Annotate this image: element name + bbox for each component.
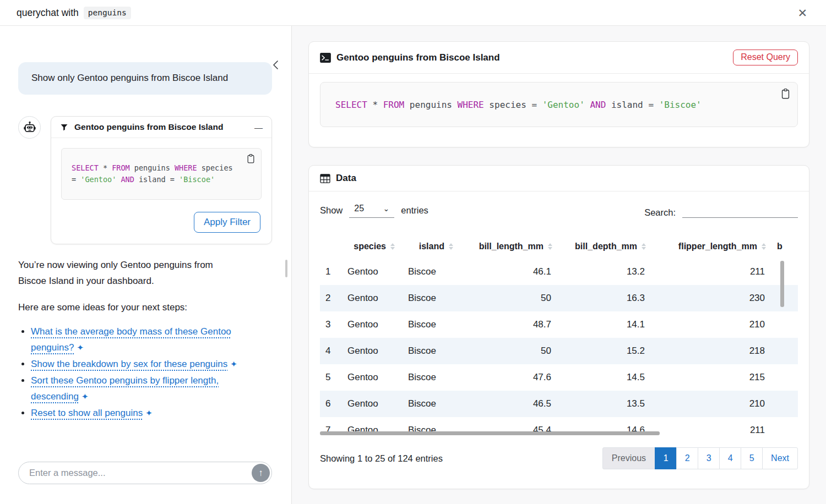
flipper-length-cell: 210 xyxy=(654,391,774,417)
entries-label: entries xyxy=(401,205,428,216)
list-item: Reset to show all penguins✦ xyxy=(31,405,238,421)
column-header-bill-depth[interactable]: bill_depth_mm xyxy=(560,234,654,259)
table-row[interactable]: 4 Gentoo Biscoe 50 15.2 218 xyxy=(320,338,798,364)
page-button-5[interactable]: 5 xyxy=(741,447,763,469)
message-input[interactable] xyxy=(18,462,272,484)
next-page-button[interactable]: Next xyxy=(762,447,798,469)
sort-icon xyxy=(390,243,395,250)
table-row[interactable]: 1 Gentoo Biscoe 46.1 13.2 211 xyxy=(320,259,798,285)
previous-page-button[interactable]: Previous xyxy=(602,447,655,469)
reset-query-button[interactable]: Reset Query xyxy=(733,50,798,65)
dataset-chip: penguins xyxy=(84,7,131,19)
titlebar: querychat with penguins ✕ xyxy=(0,0,826,26)
sparkle-icon: ✦ xyxy=(77,339,84,355)
sort-icon xyxy=(642,243,646,250)
terminal-icon xyxy=(320,53,331,63)
island-cell: Biscoe xyxy=(403,364,461,391)
bill-depth-cell: 13.2 xyxy=(560,259,654,285)
suggestion-link[interactable]: Reset to show all penguins xyxy=(31,408,143,418)
clipboard-icon xyxy=(246,154,256,164)
bill-length-cell: 46.1 xyxy=(461,259,560,285)
bill-length-cell: 46.5 xyxy=(461,391,560,417)
row-number-cell: 4 xyxy=(320,338,342,364)
species-cell: Gentoo xyxy=(342,338,403,364)
species-cell: Gentoo xyxy=(342,311,403,338)
bill-depth-cell: 13.5 xyxy=(560,391,654,417)
chat-input-bar: ↑ xyxy=(18,462,272,484)
flipper-length-cell: 218 xyxy=(654,338,774,364)
suggestion-link[interactable]: Sort these Gentoo penguins by flipper le… xyxy=(31,375,219,402)
suggestion-link[interactable]: Show the breakdown by sex for these peng… xyxy=(31,359,227,369)
table-row[interactable]: 5 Gentoo Biscoe 47.6 14.5 215 xyxy=(320,364,798,391)
search-label: Search: xyxy=(644,207,676,218)
column-header-truncated[interactable]: b xyxy=(774,234,797,259)
island-cell: Biscoe xyxy=(403,311,461,338)
data-table: species island bill_length_mm bill_ xyxy=(320,234,798,436)
horizontal-scrollbar-thumb[interactable] xyxy=(320,431,660,435)
page-button-1[interactable]: 1 xyxy=(655,447,677,469)
species-cell: Gentoo xyxy=(342,285,403,311)
bill-depth-cell: 16.3 xyxy=(560,285,654,311)
query-card-body: SELECT * FROM penguins WHERE species = '… xyxy=(309,74,809,138)
copy-sql-button[interactable] xyxy=(246,154,256,164)
assistant-message: Gentoo penguins from Biscoe Island — SEL… xyxy=(18,116,272,244)
table-row[interactable]: 2 Gentoo Biscoe 50 16.3 230 xyxy=(320,285,798,311)
copy-sql-button[interactable] xyxy=(780,88,791,100)
query-card: Gentoo penguins from Biscoe Island Reset… xyxy=(308,41,809,147)
sidebar-scrollbar-thumb[interactable] xyxy=(285,260,287,277)
island-cell: Biscoe xyxy=(403,391,461,417)
page-size-value: 25 xyxy=(354,204,364,213)
bill-length-cell: 47.6 xyxy=(461,364,560,391)
apply-filter-button[interactable]: Apply Filter xyxy=(194,212,260,233)
suggestion-list: What is the average body mass of these G… xyxy=(18,324,238,421)
table-row[interactable]: 3 Gentoo Biscoe 48.7 14.1 210 xyxy=(320,311,798,338)
show-label: Show xyxy=(320,205,343,216)
data-card-title: Data xyxy=(336,173,356,184)
list-item: Show the breakdown by sex for these peng… xyxy=(31,356,238,372)
user-message-bubble: Show only Gentoo penguins from Biscoe Is… xyxy=(18,62,272,95)
row-number-cell: 1 xyxy=(320,259,342,285)
column-header-island[interactable]: island xyxy=(403,234,461,259)
data-card-header: Data xyxy=(309,166,809,191)
table-body: 1 Gentoo Biscoe 46.1 13.2 211 2 xyxy=(320,259,798,436)
close-icon[interactable]: ✕ xyxy=(794,6,811,20)
sql-code: SELECT * FROM penguins WHERE species = '… xyxy=(335,100,702,110)
suggestion-link[interactable]: What is the average body mass of these G… xyxy=(31,326,231,353)
truncated-cell xyxy=(774,391,797,417)
send-button[interactable]: ↑ xyxy=(252,464,270,482)
sql-code: SELECT * FROM penguins WHERE species = '… xyxy=(72,162,238,185)
row-number-cell: 6 xyxy=(320,391,342,417)
species-cell: Gentoo xyxy=(342,259,403,285)
species-cell: Gentoo xyxy=(342,364,403,391)
filter-card-footer: Apply Filter xyxy=(51,200,271,244)
collapse-card-button[interactable]: — xyxy=(254,123,263,132)
island-cell: Biscoe xyxy=(403,259,461,285)
table-info: Showing 1 to 25 of 124 entries xyxy=(320,453,443,464)
sort-icon xyxy=(762,243,766,250)
column-header-species[interactable]: species xyxy=(342,234,403,259)
list-item: What is the average body mass of these G… xyxy=(31,324,238,355)
column-header-label: island xyxy=(419,242,444,251)
sql-code-block: SELECT * FROM penguins WHERE species = '… xyxy=(61,148,262,200)
table-row[interactable]: 6 Gentoo Biscoe 46.5 13.5 210 xyxy=(320,391,798,417)
page-size-select[interactable]: 25 ⌄ xyxy=(349,202,394,218)
column-header-bill-length[interactable]: bill_length_mm xyxy=(461,234,560,259)
chevron-left-icon xyxy=(270,59,281,71)
search-input[interactable] xyxy=(682,204,798,218)
collapse-sidebar-button[interactable] xyxy=(270,59,281,71)
sparkle-icon: ✦ xyxy=(230,356,237,372)
truncated-cell xyxy=(774,311,797,338)
vertical-scrollbar-thumb[interactable] xyxy=(780,261,784,307)
column-header-flipper-length[interactable]: flipper_length_mm xyxy=(654,234,774,259)
row-number-cell: 5 xyxy=(320,364,342,391)
data-card-body: Show 25 ⌄ entries Search: xyxy=(309,191,809,480)
app-title: querychat with penguins xyxy=(17,7,131,19)
page-button-3[interactable]: 3 xyxy=(698,447,720,469)
island-cell: Biscoe xyxy=(403,285,461,311)
page-button-2[interactable]: 2 xyxy=(676,447,698,469)
arrow-up-icon: ↑ xyxy=(258,468,263,478)
species-cell: Gentoo xyxy=(342,391,403,417)
page-button-4[interactable]: 4 xyxy=(719,447,741,469)
robot-icon xyxy=(23,120,37,135)
filter-tool-card: Gentoo penguins from Biscoe Island — SEL… xyxy=(51,116,272,244)
